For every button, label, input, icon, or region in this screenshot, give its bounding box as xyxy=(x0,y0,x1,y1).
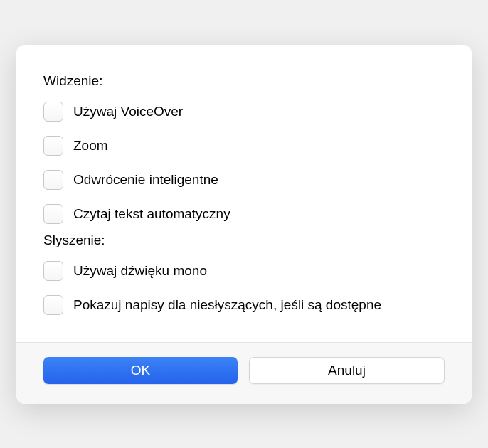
checkbox-label: Czytaj tekst automatyczny xyxy=(73,206,230,222)
checkbox-row-read-auto-text: Czytaj tekst automatyczny xyxy=(43,197,445,231)
checkbox-read-auto-text[interactable] xyxy=(43,204,63,224)
checkbox-voiceover[interactable] xyxy=(43,102,63,122)
dialog-footer: OK Anuluj xyxy=(16,342,472,404)
checkbox-row-zoom: Zoom xyxy=(43,129,445,163)
checkbox-label: Zoom xyxy=(73,138,108,154)
checkbox-label: Używaj dźwięku mono xyxy=(73,263,207,279)
checkbox-smart-invert[interactable] xyxy=(43,170,63,190)
checkbox-label: Odwrócenie inteligentne xyxy=(73,172,218,188)
cancel-button[interactable]: Anuluj xyxy=(249,357,445,384)
checkbox-zoom[interactable] xyxy=(43,136,63,156)
checkbox-label: Pokazuj napisy dla niesłyszących, jeśli … xyxy=(73,297,381,313)
checkbox-captions[interactable] xyxy=(43,295,63,315)
checkbox-row-mono-audio: Używaj dźwięku mono xyxy=(43,254,445,288)
dialog-content: Widzenie: Używaj VoiceOver Zoom Odwrócen… xyxy=(16,45,472,342)
checkbox-mono-audio[interactable] xyxy=(43,261,63,281)
checkbox-row-captions: Pokazuj napisy dla niesłyszących, jeśli … xyxy=(43,288,445,322)
checkbox-row-smart-invert: Odwrócenie inteligentne xyxy=(43,163,445,197)
checkbox-label: Używaj VoiceOver xyxy=(73,104,183,119)
vision-section-header: Widzenie: xyxy=(43,73,445,89)
checkbox-row-voiceover: Używaj VoiceOver xyxy=(43,95,445,129)
ok-button[interactable]: OK xyxy=(43,357,238,384)
accessibility-dialog: Widzenie: Używaj VoiceOver Zoom Odwrócen… xyxy=(16,45,472,404)
hearing-section-header: Słyszenie: xyxy=(43,233,445,248)
